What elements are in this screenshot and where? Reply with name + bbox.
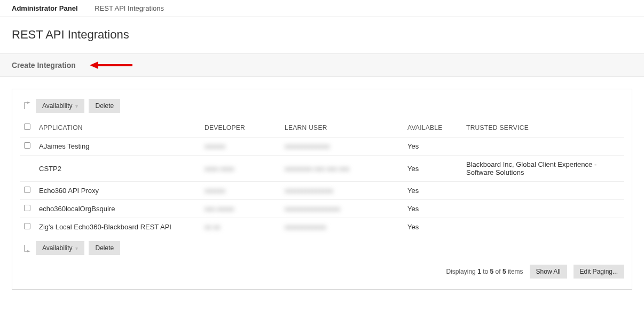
cell-application[interactable]: echo360localOrgBsquire	[35, 200, 200, 218]
cell-trusted	[462, 137, 624, 156]
col-learn-user[interactable]: LEARN USER	[280, 117, 403, 137]
chevron-down-icon: ▾	[75, 103, 78, 109]
cell-available: Yes	[403, 137, 462, 156]
availability-button-label: Availability	[42, 244, 72, 252]
col-trusted[interactable]: TRUSTED SERVICE	[462, 117, 624, 137]
breadcrumb-page: REST API Integrations	[95, 4, 164, 12]
col-developer[interactable]: DEVELOPER	[200, 117, 280, 137]
select-up-arrow-icon	[23, 102, 30, 110]
cell-learn-user: xxxxxxxx xxx xxx xxx	[280, 156, 403, 182]
create-bar: Create Integration	[0, 54, 644, 77]
delete-button-bottom[interactable]: Delete	[89, 241, 120, 255]
show-all-button[interactable]: Show All	[530, 265, 567, 279]
delete-button-label: Delete	[95, 102, 114, 110]
breadcrumb-admin[interactable]: Administrator Panel	[12, 4, 78, 12]
table-row: Echo360 API ProxyxxxxxxxxxxxxxxxxxxxxYes	[20, 182, 624, 200]
page-title-bar: REST API Integrations	[0, 17, 644, 54]
table-row: Zig's Local Echo360-Blackboard REST APIx…	[20, 218, 624, 236]
cell-learn-user: xxxxxxxxxxxxx	[280, 137, 403, 156]
integrations-table: APPLICATION DEVELOPER LEARN USER AVAILAB…	[20, 117, 624, 236]
cell-trusted	[462, 218, 624, 236]
action-row-top: Availability ▾ Delete	[23, 99, 624, 113]
row-checkbox[interactable]	[24, 187, 30, 193]
content-panel: Availability ▾ Delete APPLICATION DEVELO…	[12, 89, 632, 290]
availability-button-top[interactable]: Availability ▾	[36, 99, 84, 113]
footer-row: Displaying 1 to 5 of 5 items Show All Ed…	[20, 265, 624, 279]
breadcrumb: Administrator Panel REST API Integration…	[0, 0, 644, 17]
cell-learn-user: xxxxxxxxxxxxxxxx	[280, 200, 403, 218]
delete-button-top[interactable]: Delete	[89, 99, 120, 113]
select-down-arrow-icon	[23, 244, 30, 252]
cell-application[interactable]: AJaimes Testing	[35, 137, 200, 156]
edit-paging-button[interactable]: Edit Paging...	[574, 265, 624, 279]
cell-available: Yes	[403, 218, 462, 236]
page-title: REST API Integrations	[12, 28, 632, 42]
cell-learn-user: xxxxxxxxxxxxxx	[280, 182, 403, 200]
cell-application[interactable]: Echo360 API Proxy	[35, 182, 200, 200]
cell-available: Yes	[403, 156, 462, 182]
create-integration-link[interactable]: Create Integration	[12, 61, 76, 69]
cell-trusted: Blackboard Inc, Global Client Experience…	[462, 156, 624, 182]
cell-available: Yes	[403, 200, 462, 218]
col-application[interactable]: APPLICATION	[35, 117, 200, 137]
cell-available: Yes	[403, 182, 462, 200]
svg-marker-3	[27, 250, 30, 252]
cell-application[interactable]: Zig's Local Echo360-Blackboard REST API	[35, 218, 200, 236]
svg-marker-1	[90, 61, 98, 69]
cell-trusted	[462, 200, 624, 218]
col-available[interactable]: AVAILABLE	[403, 117, 462, 137]
table-row: AJaimes TestingxxxxxxxxxxxxxxxxxxxYes	[20, 137, 624, 156]
delete-button-label: Delete	[95, 244, 114, 252]
svg-marker-2	[27, 102, 30, 104]
row-checkbox[interactable]	[24, 142, 30, 149]
cell-developer: xxx xxxxx	[200, 200, 280, 218]
row-checkbox[interactable]	[24, 223, 30, 229]
table-row: CSTP2xxxx xxxxxxxxxxxx xxx xxx xxxYesBla…	[20, 156, 624, 182]
cell-developer: xxxxxx	[200, 137, 280, 156]
arrow-annotation-icon	[90, 60, 132, 70]
cell-developer: xxxxxx	[200, 182, 280, 200]
select-all-checkbox[interactable]	[24, 123, 30, 130]
table-row: echo360localOrgBsquirexxx xxxxxxxxxxxxxx…	[20, 200, 624, 218]
cell-learn-user: xxxxxxxxxxxx	[280, 218, 403, 236]
row-checkbox[interactable]	[24, 205, 30, 211]
pagination-text: Displaying 1 to 5 of 5 items	[446, 268, 523, 275]
cell-application[interactable]: CSTP2	[35, 156, 200, 182]
chevron-down-icon: ▾	[75, 245, 78, 251]
availability-button-label: Availability	[42, 102, 72, 110]
availability-button-bottom[interactable]: Availability ▾	[36, 241, 84, 255]
cell-trusted	[462, 182, 624, 200]
cell-developer: xx xx	[200, 218, 280, 236]
action-row-bottom: Availability ▾ Delete	[23, 241, 624, 255]
cell-developer: xxxx xxxx	[200, 156, 280, 182]
